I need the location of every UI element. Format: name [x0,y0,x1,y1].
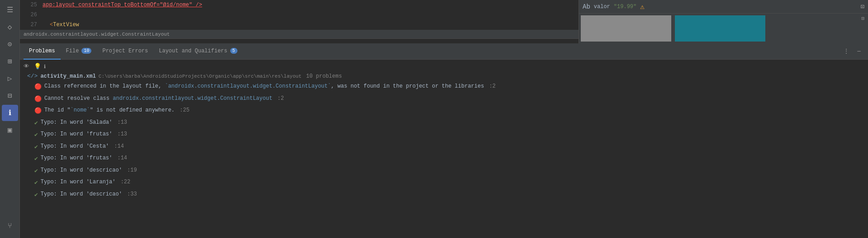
info-icon[interactable]: ℹ [2,105,18,121]
problem-text-5: Typo: In word 'frutas' :13 [41,130,127,138]
typo-icon-5: ✔ [34,167,38,176]
problem-text-3: The id "`nome`" is not defined anywhere.… [44,106,190,114]
problem-line-10: :33 [127,191,137,197]
tab-problems-label: Problems [29,48,55,54]
typo-icon-7: ✔ [34,191,38,200]
problem-line-1: :2 [489,83,495,89]
tabs-actions: ⋮ — [841,46,864,57]
problem-item-5[interactable]: ✔ Typo: In word 'frutas' :13 [20,129,868,141]
right-edge-icon: ⊡ [861,3,864,10]
preview-expand-icon[interactable]: ⊡ [861,15,864,21]
eye-row: 👁 💡 ℹ [20,61,868,71]
tab-file-badge: 10 [81,48,91,54]
minimize-button[interactable]: — [854,46,864,57]
problems-panel: 👁 💡 ℹ </> activity_main.xml C:\Users\bar… [20,60,868,238]
tab-project-errors-label: Project Errors [102,48,148,54]
tab-layout-qualifiers-badge: 5 [230,48,237,54]
problem-line-2: :2 [277,95,284,102]
problem-text-8: Typo: In word 'descricao' :19 [41,166,137,174]
preview-top-bar: Ab valor "19.99" ⚠ ⊡ [579,0,868,14]
lightbulb-icon[interactable]: 💡 [34,63,41,70]
problem-item-4[interactable]: ✔ Typo: In word 'Salada' :13 [20,117,868,129]
typo-icon-4: ✔ [34,154,38,163]
xml-file-icon: </> [27,73,38,79]
problem-line-7: :14 [117,155,127,161]
code-editor-area: 25 app:layout_constraintTop_toBottomOf="… [20,0,579,43]
line-number-27: 27 [24,22,37,28]
more-options-button[interactable]: ⋮ [841,46,852,57]
diamond-icon[interactable]: ◇ [2,19,18,35]
main-content: 25 app:layout_constraintTop_toBottomOf="… [20,0,868,238]
tab-project-errors[interactable]: Project Errors [97,43,153,60]
problem-line-8: :19 [127,167,137,173]
chart-icon[interactable]: ⊟ [2,88,18,104]
hamburger-icon[interactable]: ☰ [2,2,18,18]
right-preview-panel: Ab valor "19.99" ⚠ ⊡ ⊡ [579,0,868,43]
error-icon-3: 🔴 [34,107,42,116]
preview-phone-teal [675,15,765,42]
code-line-26: 26 [20,10,579,20]
problem-text-9: Typo: In word 'Laranja' :22 [41,178,130,186]
file-name: activity_main.xml [40,73,95,79]
valor-label: valor [594,4,610,10]
problem-item-1[interactable]: 🔴 Class referenced in the layout file, `… [20,81,868,93]
code-content-27: <TextView [43,22,79,28]
code-line-27: 27 <TextView [20,20,579,30]
typo-icon-1: ✔ [34,119,38,128]
git-icon[interactable]: ⑂ [2,218,18,234]
breadcrumb-bar: androidx.constraintlayout.widget.Constra… [20,30,579,39]
problem-item-10[interactable]: ✔ Typo: In word 'descricao' :33 [20,189,868,201]
eye-icon[interactable]: 👁 [24,63,29,70]
error-icon-2: 🔴 [34,95,42,104]
typo-icon-6: ✔ [34,178,38,187]
problem-text-4: Typo: In word 'Salada' :13 [41,118,127,126]
top-section: 25 app:layout_constraintTop_toBottomOf="… [20,0,868,43]
tab-file[interactable]: File 10 [61,43,97,60]
tab-layout-qualifiers[interactable]: Layout and Qualifiers 5 [153,43,242,60]
value-text: "19.99" [614,4,636,10]
problem-item-9[interactable]: ✔ Typo: In word 'Laranja' :22 [20,177,868,189]
info-small-icon: ℹ [44,64,46,70]
preview-phone-gray [581,15,671,42]
breadcrumb-text: androidx.constraintlayout.widget.Constra… [24,32,170,37]
play-icon[interactable]: ▷ [2,70,18,87]
problem-item-6[interactable]: ✔ Typo: In word 'Cesta' :14 [20,141,868,153]
problem-line-6: :14 [114,143,124,149]
problem-count: 10 problems [306,73,342,79]
code-line-25: 25 app:layout_constraintTop_toBottomOf="… [20,0,579,10]
stack-icon[interactable]: ⊞ [2,53,18,70]
file-path: C:\Users\barba\AndroidStudioProjects\Org… [99,74,302,79]
tab-file-label: File [66,48,79,54]
file-header[interactable]: </> activity_main.xml C:\Users\barba\And… [20,71,868,81]
problem-line-9: :22 [121,179,131,185]
sidebar: ☰ ◇ ⊙ ⊞ ▷ ⊟ ℹ ▣ ⑂ [0,0,20,238]
preview-area: ⊡ [579,14,868,43]
typo-icon-2: ✔ [34,131,38,140]
problem-line-4: :13 [117,119,127,126]
problem-item-3[interactable]: 🔴 The id "`nome`" is not defined anywher… [20,105,868,117]
tabs-bar: Problems File 10 Project Errors Layout a… [20,43,868,60]
terminal-icon[interactable]: ▣ [2,122,18,138]
tab-problems[interactable]: Problems [24,43,61,60]
line-number-26: 26 [24,12,37,18]
problem-item-2[interactable]: 🔴 Cannot resolve class androidx.constrai… [20,93,868,105]
problem-line-3: :25 [180,107,190,113]
warning-icon: ⚠ [640,2,645,11]
problem-item-8[interactable]: ✔ Typo: In word 'descricao' :19 [20,165,868,177]
problem-line-5: :13 [117,131,127,137]
error-icon-1: 🔴 [34,83,42,92]
code-content-25: app:layout_constraintTop_toBottomOf="@id… [43,2,202,8]
problem-text-2: Cannot resolve class androidx.constraint… [44,94,284,103]
tab-layout-qualifiers-label: Layout and Qualifiers [159,48,227,54]
problem-item-7[interactable]: ✔ Typo: In word 'frutas' :14 [20,153,868,165]
inspect-icon[interactable]: ⊙ [2,36,18,52]
ab-label: Ab [583,3,590,10]
typo-icon-3: ✔ [34,143,38,152]
problem-text-1: Class referenced in the layout file, `an… [44,82,496,90]
problem-text-7: Typo: In word 'frutas' :14 [41,154,127,162]
line-number-25: 25 [24,2,37,8]
problem-text-6: Typo: In word 'Cesta' :14 [41,142,124,150]
problem-text-10: Typo: In word 'descricao' :33 [41,190,137,198]
